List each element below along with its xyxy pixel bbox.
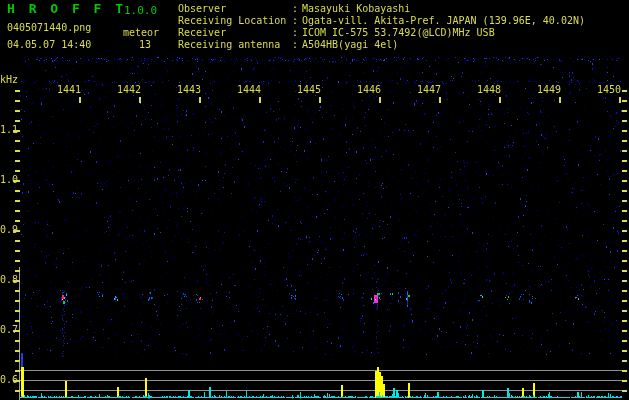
time-axis-label: 1450 <box>591 84 621 96</box>
output-filename: 0405071440.png <box>7 22 91 33</box>
hrofft-window: H R O F F T 1.0.0 0405071440.png meteor … <box>0 0 629 400</box>
time-axis-label: 1443 <box>171 84 201 96</box>
time-axis-label: 1441 <box>51 84 81 96</box>
freq-axis-label: 1.1 <box>0 124 13 136</box>
receiver-value: ICOM IC-575 53.7492(@LCD)MHz USB <box>302 27 495 38</box>
receiving-location-separator: : <box>292 15 298 26</box>
freq-axis-label: 0.7 <box>0 324 13 336</box>
time-axis-label: 1449 <box>531 84 561 96</box>
khz-axis-unit: kHz <box>0 74 18 85</box>
spectrogram-canvas <box>0 0 629 400</box>
receiving-location-label: Receiving Location <box>178 15 286 26</box>
receiving-antenna-value: A504HB(yagi 4el) <box>302 39 398 50</box>
time-axis-label: 1448 <box>471 84 501 96</box>
receiver-label: Receiver <box>178 27 226 38</box>
receiver-separator: : <box>292 27 298 38</box>
observer-value: Masayuki Kobayashi <box>302 3 410 14</box>
freq-axis-label: 0.6 <box>0 374 13 386</box>
app-title: H R O F F T <box>7 3 126 14</box>
freq-axis-label: 1.0 <box>0 174 13 186</box>
time-axis-label: 1444 <box>231 84 261 96</box>
app-version: 1.0.0 <box>124 5 157 16</box>
time-axis-label: 1442 <box>111 84 141 96</box>
freq-axis-label: 0.9 <box>0 224 13 236</box>
time-axis-label: 1447 <box>411 84 441 96</box>
receiving-location-value: Ogata-vill. Akita-Pref. JAPAN (139.96E, … <box>302 15 585 26</box>
freq-axis-label: 0.8 <box>0 274 13 286</box>
time-axis-label: 1446 <box>351 84 381 96</box>
observer-label: Observer <box>178 3 226 14</box>
observation-datetime: 04.05.07 14:40 <box>7 39 91 50</box>
receiving-antenna-label: Receiving antenna <box>178 39 280 50</box>
observation-mode: meteor <box>123 27 159 38</box>
observer-separator: : <box>292 3 298 14</box>
echo-count: 13 <box>139 39 151 50</box>
time-axis-label: 1445 <box>291 84 321 96</box>
receiving-antenna-separator: : <box>292 39 298 50</box>
